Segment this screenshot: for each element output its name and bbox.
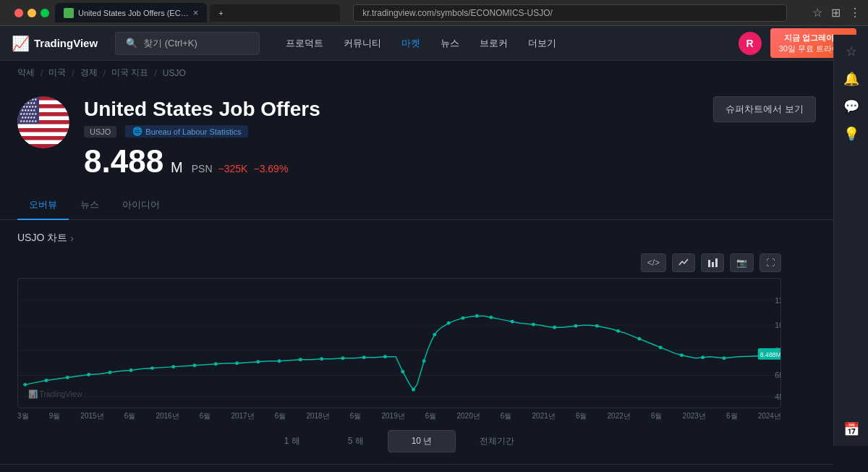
side-panel-icons: ☆ 🔔 💬 💡 📅 (833, 35, 868, 446)
value-change-pct: −3.69% (253, 163, 288, 174)
breadcrumb-item-market[interactable]: 약세 (17, 67, 35, 79)
svg-point-30 (23, 383, 27, 387)
breadcrumb-sep-2: / (72, 68, 74, 78)
x-label-20: 2024년 (758, 411, 781, 421)
country-flag: ★★★★★★ ★★★★★ ★★★★★★ ★★★★★ ★★★★★★ ★★★★★ ★… (17, 96, 69, 148)
line-chart-tool-btn[interactable] (672, 253, 695, 272)
svg-point-63 (659, 345, 663, 349)
nav-item-market[interactable]: 마켓 (393, 31, 429, 56)
time-btn-all[interactable]: 전체기간 (456, 430, 538, 452)
star-icon[interactable]: ☆ (812, 6, 822, 20)
watchlist-icon[interactable]: ☆ (846, 43, 857, 59)
extensions-icon[interactable]: ⊞ (831, 6, 841, 20)
svg-point-41 (256, 360, 260, 363)
svg-rect-2 (17, 101, 69, 105)
bar-chart-tool-btn[interactable] (701, 253, 724, 272)
tab-close-icon[interactable]: × (193, 7, 199, 18)
tab-favicon (64, 8, 74, 18)
svg-point-58 (553, 326, 556, 329)
svg-point-50 (422, 359, 426, 363)
svg-rect-9 (17, 128, 69, 132)
page-title: United States Job Offers (84, 98, 320, 121)
logo[interactable]: 📈 TradingView (12, 35, 98, 52)
svg-point-59 (574, 324, 578, 328)
breadcrumb-item-us-indicators[interactable]: 미국 지표 (111, 67, 148, 79)
svg-rect-8 (17, 125, 69, 129)
svg-point-60 (595, 324, 599, 328)
x-axis-labels: 3월 9월 2015년 6월 2016년 6월 2017년 6월 2018년 6… (17, 408, 781, 424)
svg-point-61 (616, 329, 620, 333)
svg-point-35 (129, 368, 133, 372)
svg-rect-22 (708, 260, 710, 267)
header-section: ★★★★★★ ★★★★★ ★★★★★★ ★★★★★ ★★★★★★ ★★★★★ ★… (0, 85, 833, 191)
messages-icon[interactable]: 💬 (843, 98, 859, 114)
search-bar[interactable]: 🔍 찾기 (Ctrl+K) (115, 32, 260, 55)
minimize-window-btn[interactable] (27, 9, 36, 17)
user-avatar[interactable]: R (739, 32, 762, 55)
main-value: 8.488 (84, 143, 163, 180)
code-tool-btn[interactable]: </> (641, 253, 666, 272)
svg-point-51 (433, 333, 436, 337)
active-tab[interactable]: United States Job Offers (EC… × (55, 3, 207, 22)
svg-point-42 (278, 359, 281, 363)
svg-point-39 (214, 362, 218, 366)
top-navigation: 📈 TradingView 🔍 찾기 (Ctrl+K) 프로덕트 커뮤니티 마켓… (0, 26, 868, 61)
value-suffix: PSN (192, 163, 213, 174)
svg-text:10M: 10M (775, 321, 780, 329)
nav-item-more[interactable]: 더보기 (519, 31, 565, 56)
new-tab-btn[interactable]: + (210, 4, 340, 22)
time-btn-1y[interactable]: 1 해 (260, 430, 324, 452)
x-label-3: 6월 (124, 411, 136, 421)
nav-item-broker[interactable]: 브로커 (471, 31, 516, 56)
ideas-icon[interactable]: 💡 (843, 126, 859, 142)
maximize-window-btn[interactable] (41, 9, 49, 17)
menu-icon[interactable]: ⋮ (849, 6, 861, 20)
nav-item-community[interactable]: 커뮤니티 (335, 31, 390, 56)
line-chart-icon (678, 258, 689, 268)
browser-window-controls (14, 9, 49, 17)
svg-point-52 (447, 321, 451, 325)
logo-icon: 📈 (12, 35, 30, 52)
svg-point-56 (511, 320, 514, 324)
svg-point-36 (150, 366, 154, 370)
time-btn-5y[interactable]: 5 해 (324, 430, 388, 452)
time-btn-10y[interactable]: 10 년 (388, 430, 456, 452)
globe-icon: 🌐 (132, 127, 142, 136)
x-label-9: 6월 (350, 411, 362, 421)
x-label-5: 6월 (200, 411, 211, 421)
chart-title-text: USJO 차트 (17, 232, 67, 245)
value-row: 8.488 M PSN −325K −3.69% (84, 143, 816, 180)
alerts-icon[interactable]: 🔔 (843, 71, 859, 87)
chart-title[interactable]: USJO 차트 › (17, 232, 781, 245)
svg-rect-24 (715, 258, 718, 267)
close-window-btn[interactable] (14, 9, 23, 17)
svg-point-65 (701, 355, 705, 359)
fullscreen-tool-btn[interactable]: ⛶ (760, 253, 781, 272)
search-icon: 🔍 (126, 38, 137, 49)
x-label-8: 2018년 (306, 411, 329, 421)
value-unit: M (171, 159, 183, 176)
breadcrumb-sep-1: / (41, 68, 43, 78)
address-bar[interactable]: kr.tradingview.com/symbols/ECONOMICS-USJ… (353, 4, 787, 22)
tab-news[interactable]: 뉴스 (69, 191, 111, 220)
svg-point-34 (108, 371, 111, 374)
svg-rect-11 (17, 136, 69, 140)
svg-point-48 (401, 370, 404, 374)
camera-tool-btn[interactable]: 📷 (730, 253, 754, 272)
breadcrumb-sep-4: / (154, 68, 156, 78)
breadcrumb-item-symbol[interactable]: USJO (163, 68, 186, 78)
nav-item-news[interactable]: 뉴스 (432, 31, 468, 56)
nav-item-products[interactable]: 프로덕트 (277, 31, 332, 56)
breadcrumb-item-economy[interactable]: 경제 (80, 67, 98, 79)
main-content: 약세 / 미국 / 경제 / 미국 지표 / USJO (0, 61, 833, 472)
tab-overview[interactable]: 오버뷰 (17, 191, 69, 220)
x-label-17: 6월 (651, 411, 663, 421)
superchart-button[interactable]: 슈퍼차트에서 보기 (713, 96, 816, 122)
breadcrumb-item-us[interactable]: 미국 (48, 67, 66, 79)
x-label-18: 2023년 (683, 411, 706, 421)
calendar-icon[interactable]: 📅 (843, 421, 859, 437)
svg-text:6M: 6M (775, 371, 780, 379)
tab-ideas[interactable]: 아이디어 (111, 191, 171, 220)
tab-title: United States Job Offers (EC… (78, 9, 189, 17)
svg-point-45 (341, 356, 344, 360)
